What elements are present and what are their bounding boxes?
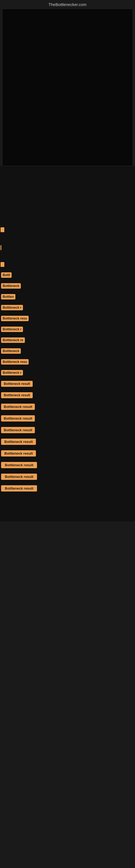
- main-chart-area: [2, 9, 133, 166]
- bottleneck-label-20: Bottleneck result: [1, 485, 37, 492]
- bottleneck-row-2: Bottleneck: [0, 280, 135, 291]
- bottleneck-row-8: Bottleneck: [0, 346, 135, 356]
- bottleneck-label-4: Bottleneck r: [1, 305, 23, 310]
- small-indicator-b: [0, 244, 135, 253]
- bottleneck-label-17: Bottleneck result: [1, 450, 36, 457]
- bottleneck-label-9: Bottleneck resu: [1, 359, 29, 365]
- bottleneck-row-17: Bottleneck result: [0, 447, 135, 459]
- bottleneck-row-6: Bottleneck r: [0, 324, 135, 335]
- bottleneck-row-20: Bottleneck result: [0, 483, 135, 494]
- bottleneck-row-16: Bottleneck result: [0, 436, 135, 447]
- site-header: TheBottlenecker.com: [0, 0, 135, 9]
- bottleneck-row-14: Bottleneck result: [0, 412, 135, 424]
- bottleneck-row-19: Bottleneck result: [0, 471, 135, 483]
- bottleneck-label-6: Bottleneck r: [1, 327, 23, 332]
- bottleneck-row-10: Bottleneck r: [0, 367, 135, 378]
- bottleneck-row-1: Bottl: [0, 270, 135, 280]
- bottleneck-label-2: Bottleneck: [1, 283, 21, 289]
- bottleneck-row-9: Bottleneck resu: [0, 356, 135, 367]
- bottleneck-label-3: Bottlen: [1, 294, 15, 300]
- bottleneck-row-5: Bottleneck resu: [0, 313, 135, 324]
- bottleneck-label-11: Bottleneck result: [1, 381, 33, 387]
- bottleneck-label-15: Bottleneck result: [1, 427, 35, 433]
- bottleneck-row-7: Bottleneck re: [0, 335, 135, 346]
- bottleneck-row-18: Bottleneck result: [0, 459, 135, 471]
- bottleneck-label-19: Bottleneck result: [1, 474, 37, 480]
- bottleneck-label-12: Bottleneck result: [1, 392, 33, 398]
- small-indicator-a: [0, 226, 135, 235]
- bottleneck-label-5: Bottleneck resu: [1, 316, 29, 321]
- bottleneck-row-15: Bottleneck result: [0, 424, 135, 436]
- bottleneck-label-1: Bottl: [1, 272, 12, 278]
- bottleneck-label-16: Bottleneck result: [1, 439, 36, 445]
- bottleneck-row-12: Bottleneck result: [0, 390, 135, 401]
- site-title: TheBottlenecker.com: [49, 2, 87, 7]
- bottleneck-row-13: Bottleneck result: [0, 401, 135, 412]
- bottleneck-row-11: Bottleneck result: [0, 378, 135, 390]
- small-indicator-c: [0, 260, 135, 270]
- bottleneck-label-13: Bottleneck result: [1, 404, 35, 410]
- bottleneck-label-14: Bottleneck result: [1, 415, 35, 422]
- bottleneck-label-18: Bottleneck result: [1, 462, 37, 468]
- bottleneck-label-8: Bottleneck: [1, 348, 21, 354]
- bottleneck-label-7: Bottleneck re: [1, 337, 25, 343]
- bottleneck-row-3: Bottlen: [0, 291, 135, 302]
- bottleneck-label-10: Bottleneck r: [1, 370, 23, 375]
- bottleneck-row-4: Bottleneck r: [0, 302, 135, 313]
